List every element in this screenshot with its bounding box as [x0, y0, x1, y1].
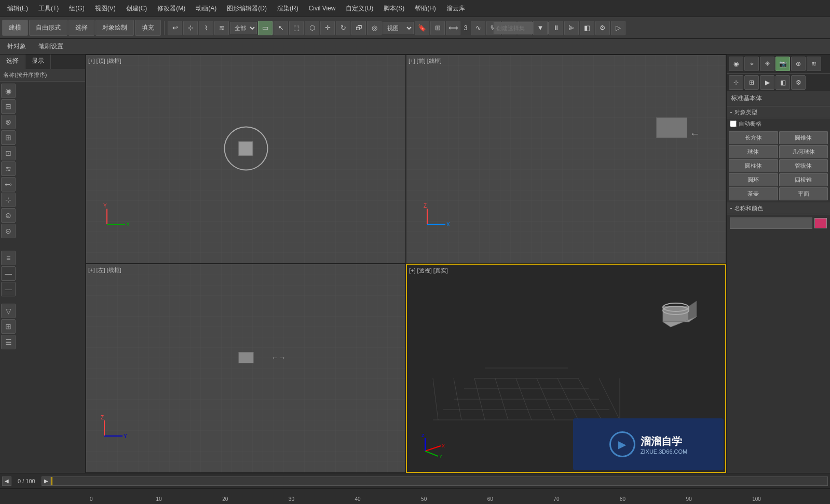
timeline-bar[interactable]	[51, 476, 828, 486]
move-tool[interactable]: ✛	[320, 21, 335, 35]
btn-tube[interactable]: 管状体	[779, 159, 828, 172]
menu-create[interactable]: 创建(C)	[121, 2, 153, 15]
menu-script[interactable]: 脚本(S)	[378, 2, 410, 15]
sidebar-icon-8[interactable]: ⊹	[1, 193, 16, 207]
sidebar-icon-7[interactable]: ⊷	[1, 177, 16, 192]
tab-modeling[interactable]: 建模	[2, 20, 28, 36]
rp-modify-icon[interactable]: ⊹	[729, 75, 743, 90]
sidebar-tab-display[interactable]: 显示	[25, 55, 51, 69]
sidebar-icon-1[interactable]: ◉	[1, 84, 16, 98]
sidebar-tab-select[interactable]: 选择	[0, 55, 25, 69]
timeline-prev[interactable]: ◀	[2, 476, 11, 486]
tab-object[interactable]: 针对象	[2, 40, 31, 52]
align-right1[interactable]: ⏸	[549, 21, 563, 35]
menu-edit[interactable]: 编辑(E)	[2, 2, 33, 15]
filter-dropdown[interactable]: 全部	[230, 22, 257, 34]
menu-civil-view[interactable]: Civil View	[304, 3, 341, 14]
sidebar-list-header[interactable]: 名称(按升序排序)	[0, 69, 85, 81]
sidebar-icon-2[interactable]: ⊟	[1, 99, 16, 114]
name-input[interactable]	[730, 217, 812, 229]
sidebar-icon-3[interactable]: ⊗	[1, 115, 16, 129]
arrow-select[interactable]: ↖	[274, 21, 288, 35]
menu-graph-editor[interactable]: 图形编辑器(D)	[222, 2, 272, 15]
menu-tools[interactable]: 工具(T)	[33, 2, 64, 15]
sidebar-icon-bar[interactable]: ☰	[1, 335, 16, 349]
btn-teapot[interactable]: 茶壶	[729, 187, 778, 200]
sidebar-icon-10[interactable]: ⊝	[1, 224, 16, 238]
front-axis: X Z	[422, 203, 453, 235]
menu-cloud[interactable]: 溜云库	[441, 2, 470, 15]
btn-sphere[interactable]: 球体	[729, 145, 778, 158]
tab-fill[interactable]: 填充	[135, 20, 161, 36]
render-setup[interactable]: ⚙	[595, 21, 610, 35]
named-select-expand[interactable]: ▼	[533, 21, 548, 35]
rect-select[interactable]: ▭	[258, 21, 273, 35]
minus-icon: -	[730, 108, 732, 116]
sidebar-icon-12[interactable]: —	[1, 266, 16, 281]
render-btn[interactable]: ▷	[611, 21, 625, 35]
lasso-tool[interactable]: ⌇	[199, 21, 213, 35]
undo-button[interactable]: ↩	[168, 21, 182, 35]
btn-cylinder[interactable]: 圆柱体	[729, 159, 778, 172]
mirror-tool[interactable]: ⟺	[446, 21, 460, 35]
menu-group[interactable]: 组(G)	[64, 2, 89, 15]
btn-pyramid[interactable]: 四棱锥	[779, 173, 828, 186]
bookmark[interactable]: 🔖	[415, 21, 429, 35]
tab-freeform[interactable]: 自由形式	[29, 20, 67, 36]
btn-plane[interactable]: 平面	[779, 187, 828, 200]
rp-light-icon[interactable]: ☀	[760, 57, 774, 71]
viewport-left[interactable]: [+] [左] [线框] ←→ Z Y	[86, 264, 406, 473]
menu-customize[interactable]: 自定义(U)	[341, 2, 378, 15]
tab-object-paint[interactable]: 对象绘制	[96, 20, 134, 36]
paint-select[interactable]: ≋	[214, 21, 229, 35]
viewport-top[interactable]: [+] [顶] [线框] X Y	[86, 55, 406, 264]
sidebar-icon-4[interactable]: ⊞	[1, 130, 16, 145]
rp-spacewarp-icon[interactable]: ≋	[807, 57, 821, 71]
timeline-next[interactable]: ▶	[42, 476, 51, 486]
sidebar-icon-9[interactable]: ⊜	[1, 208, 16, 223]
auto-grid-checkbox[interactable]	[730, 120, 737, 127]
menu-view[interactable]: 视图(V)	[90, 2, 121, 15]
viewport-front[interactable]: [+] [前] [线框] ← X Z	[406, 55, 726, 264]
menu-render[interactable]: 渲染(R)	[272, 2, 304, 15]
snap-tool[interactable]: ◎	[367, 21, 382, 35]
rp-display-icon[interactable]: ◧	[775, 75, 790, 90]
rp-helper-icon[interactable]: ⊕	[791, 57, 806, 71]
sidebar-icon-13[interactable]: —	[1, 282, 16, 296]
viewport-dropdown-btn[interactable]: 🗗	[351, 21, 366, 35]
viewport-left-grid	[86, 264, 405, 472]
rp-hierarchy-icon[interactable]: ⊞	[744, 75, 759, 90]
sidebar-icon-5[interactable]: ⊡	[1, 146, 16, 160]
tab-brush-settings[interactable]: 笔刷设置	[33, 40, 69, 52]
btn-cone[interactable]: 圆锥体	[779, 131, 828, 144]
menu-modifier[interactable]: 修改器(M)	[152, 2, 191, 15]
name-color-section-header[interactable]: - 名称和颜色	[727, 202, 830, 214]
rotate-tool[interactable]: ↻	[336, 21, 350, 35]
btn-geosphere[interactable]: 几何球体	[779, 145, 828, 158]
align-tool[interactable]: ⊞	[430, 21, 445, 35]
btn-box[interactable]: 长方体	[729, 131, 778, 144]
rp-geometry-icon[interactable]: ◉	[729, 57, 743, 71]
object-type-section[interactable]: - 对象类型	[727, 106, 830, 118]
named-select[interactable]	[518, 21, 532, 35]
menu-animation[interactable]: 动画(A)	[191, 2, 222, 15]
view-dropdown[interactable]: 视图	[383, 22, 414, 34]
select-region[interactable]: ⬚	[289, 21, 304, 35]
menu-help[interactable]: 帮助(H)	[410, 2, 441, 15]
select-fence[interactable]: ⬡	[305, 21, 319, 35]
tab-select[interactable]: 选择	[69, 20, 94, 36]
btn-torus[interactable]: 圆环	[729, 173, 778, 186]
material-editor[interactable]: ◧	[580, 21, 594, 35]
rp-utilities-icon[interactable]: ⚙	[791, 75, 806, 90]
sidebar-icon-6[interactable]: ≋	[1, 161, 16, 176]
select-tool[interactable]: ⊹	[183, 21, 198, 35]
sidebar-icon-11[interactable]: ≡	[1, 251, 16, 265]
sidebar-icon-grid[interactable]: ⊞	[1, 319, 16, 334]
rp-shape-icon[interactable]: ⌖	[744, 57, 759, 71]
color-swatch[interactable]	[814, 218, 827, 228]
curve-tool[interactable]: ∿	[471, 21, 485, 35]
sidebar-icon-filter[interactable]: ▽	[1, 304, 16, 318]
rp-motion-icon[interactable]: ▶	[760, 75, 774, 90]
align-right2[interactable]: ⫸	[564, 21, 579, 35]
rp-camera-icon[interactable]: 📷	[775, 57, 790, 71]
